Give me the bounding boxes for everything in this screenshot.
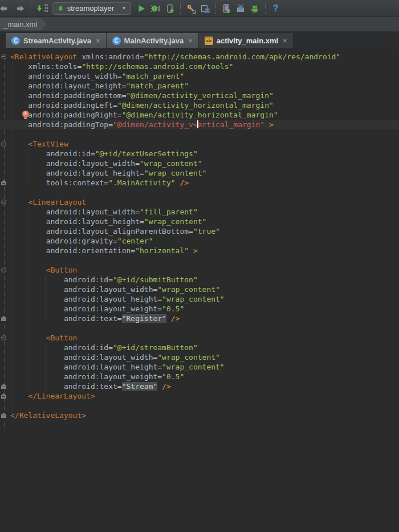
- code-token: "fill_parent": [140, 208, 198, 216]
- breadcrumb-bar: _main.xml: [0, 17, 399, 32]
- avd-manager-icon[interactable]: [199, 2, 211, 15]
- code-line[interactable]: android:layout_height="match_parent": [0, 81, 399, 91]
- code-line[interactable]: android:layout_weight="0.5": [0, 372, 399, 381]
- code-token: [10, 246, 46, 255]
- code-token: />: [180, 178, 189, 187]
- code-line[interactable]: android:layout_weight="0.5": [0, 304, 399, 314]
- code-token: "wrap_content": [144, 169, 207, 177]
- device-monitor-icon[interactable]: [220, 2, 233, 15]
- close-icon[interactable]: ×: [188, 36, 193, 45]
- code-token: tools:context=: [46, 178, 109, 187]
- code-line[interactable]: <TextView: [0, 139, 399, 149]
- sdk-update-icon[interactable]: [234, 2, 247, 15]
- fold-collapse-icon[interactable]: [1, 54, 6, 59]
- code-token: [10, 120, 28, 129]
- code-line[interactable]: android:paddingBottom="@dimen/activity_v…: [0, 91, 399, 100]
- code-line[interactable]: <RelativeLayout xmlns:android="http://sc…: [0, 52, 399, 62]
- code-line[interactable]: android:layout_alignParentBottom="true": [0, 226, 399, 236]
- code-token: [10, 91, 28, 100]
- code-line[interactable]: android:layout_height="wrap_content": [0, 217, 399, 226]
- android-robot-icon[interactable]: [249, 2, 261, 15]
- code-token: [10, 101, 28, 109]
- close-icon[interactable]: ×: [96, 36, 100, 45]
- code-line[interactable]: android:layout_height="wrap_content": [0, 294, 399, 304]
- code-line[interactable]: android:id="@+id/streamButton": [0, 343, 399, 352]
- code-line[interactable]: [0, 255, 399, 265]
- code-line[interactable]: android:id="@+id/submitButton": [0, 275, 399, 285]
- code-line[interactable]: android:orientation="horizontal" >: [0, 246, 399, 255]
- code-line[interactable]: [0, 129, 399, 139]
- code-line[interactable]: xmlns:tools="http://schemas.android.com/…: [0, 62, 399, 71]
- code-line[interactable]: android:paddingLeft="@dimen/activity_hor…: [0, 100, 399, 110]
- tab-main-activity[interactable]: C MainActivity.java ×: [107, 33, 199, 48]
- code-token: "match_parent": [122, 72, 185, 80]
- code-token: "0.5": [162, 304, 184, 313]
- tab-activity-main-xml[interactable]: <> activity_main.xml ×: [199, 33, 294, 48]
- code-line[interactable]: android:layout_height="wrap_content": [0, 362, 399, 372]
- code-line[interactable]: android:layout_width="match_parent": [0, 71, 399, 81]
- code-line[interactable]: android:layout_height="wrap_content": [0, 168, 399, 178]
- code-token: android:id=: [64, 275, 113, 284]
- run-icon[interactable]: [135, 2, 148, 15]
- code-token: "@dimen/activity_v<: [113, 120, 198, 129]
- fold-collapse-icon[interactable]: [1, 200, 6, 205]
- code-line[interactable]: tools:context=".MainActivity" />: [0, 178, 399, 188]
- code-line[interactable]: android:id="@+id/textUserSettings": [0, 149, 399, 159]
- main-toolbar: 01 10 01 streamoplayer ▼: [0, 0, 399, 17]
- back-icon[interactable]: [0, 2, 13, 15]
- help-icon[interactable]: ?: [270, 2, 282, 15]
- sdk-wrench-icon[interactable]: [185, 2, 197, 15]
- code-token: <RelativeLayout: [10, 52, 77, 61]
- debug-icon[interactable]: [149, 2, 162, 15]
- code-line[interactable]: android:paddingTop="@dimen/activity_v<er…: [0, 120, 399, 129]
- code-token: android:paddingTop=: [28, 120, 113, 129]
- code-line[interactable]: <Button: [0, 333, 399, 343]
- run-configuration-dropdown[interactable]: streamoplayer ▼: [52, 2, 131, 15]
- close-icon[interactable]: ×: [283, 36, 287, 45]
- code-token: android:id=: [46, 149, 95, 158]
- code-token: [10, 266, 46, 274]
- update-project-icon[interactable]: 01 10 01: [35, 2, 48, 15]
- code-token: <LinearLayout: [28, 198, 86, 206]
- code-line[interactable]: <Button: [0, 265, 399, 275]
- code-token: [10, 208, 46, 216]
- code-line[interactable]: [0, 188, 399, 197]
- code-token: [10, 159, 46, 168]
- fold-collapse-icon[interactable]: [1, 267, 6, 273]
- code-line[interactable]: android:layout_width="fill_parent": [0, 207, 399, 217]
- code-line[interactable]: ! android:paddingRight="@dimen/activity_…: [0, 110, 399, 120]
- code-line[interactable]: android:layout_width="wrap_content": [0, 352, 399, 362]
- code-line[interactable]: android:layout_width="wrap_content": [0, 285, 399, 294]
- fold-collapse-icon[interactable]: [1, 335, 6, 340]
- code-token: "true": [193, 227, 220, 235]
- code-token: "http://schemas.android.com/apk/res/andr…: [144, 52, 340, 61]
- toolbar-separator: [31, 3, 31, 14]
- attach-debugger-icon[interactable]: [164, 2, 176, 15]
- code-line[interactable]: android:layout_width="wrap_content": [0, 159, 399, 168]
- code-token: </RelativeLayout>: [10, 411, 86, 420]
- code-token: xmlns:tools=: [28, 62, 82, 71]
- breadcrumb[interactable]: _main.xml: [0, 18, 46, 30]
- fold-end-icon[interactable]: [1, 384, 6, 389]
- fold-end-icon[interactable]: [1, 413, 6, 418]
- fold-end-icon[interactable]: [1, 316, 6, 321]
- forward-icon[interactable]: [14, 2, 27, 15]
- fold-collapse-icon[interactable]: [1, 141, 6, 147]
- code-line[interactable]: android:gravity="center": [0, 236, 399, 246]
- code-token: [10, 372, 64, 381]
- tab-stream-activity[interactable]: C StreamActivity.java ×: [6, 33, 107, 48]
- code-line[interactable]: </RelativeLayout>: [0, 411, 399, 420]
- fold-end-icon[interactable]: [1, 180, 6, 185]
- code-token: [10, 343, 64, 352]
- code-line[interactable]: [0, 401, 399, 411]
- code-line[interactable]: android:text="Register" />: [0, 314, 399, 323]
- code-line[interactable]: <LinearLayout: [0, 197, 399, 207]
- code-token: "wrap_content": [140, 159, 202, 168]
- code-editor[interactable]: <RelativeLayout xmlns:android="http://sc…: [0, 49, 399, 532]
- code-line[interactable]: </LinearLayout>: [0, 391, 399, 401]
- intention-bulb-icon[interactable]: !: [22, 111, 30, 119]
- code-line[interactable]: [0, 323, 399, 333]
- fold-end-icon[interactable]: [1, 393, 6, 399]
- code-line[interactable]: android:text="Stream" />: [0, 381, 399, 391]
- tab-label: StreamActivity.java: [23, 36, 91, 45]
